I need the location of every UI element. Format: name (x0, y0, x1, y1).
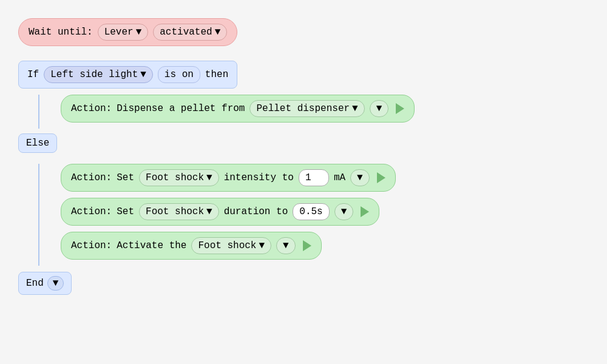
dispense-more-dropdown[interactable]: ▼ (370, 100, 389, 117)
activate-more-dropdown[interactable]: ▼ (276, 237, 296, 254)
dispense-device-dropdown[interactable]: Pellet dispenser ▼ (249, 100, 364, 117)
dispense-action-block: Action: Dispense a pellet from Pellet di… (61, 95, 415, 123)
dispense-action-label: Action: (71, 103, 112, 114)
intensity-action-block: Action: Set Foot shock ▼ intensity to 1 … (61, 164, 396, 192)
if-block: If Left side light ▼ is on then (18, 61, 237, 89)
dispense-action-text: Dispense a pellet from (117, 103, 245, 114)
else-label: Else (26, 138, 49, 149)
dispense-arrow-icon (396, 103, 404, 114)
if-keyword: If (27, 69, 39, 80)
activate-pre-text: Activate the (117, 240, 186, 251)
intensity-device-chevron: ▼ (206, 172, 212, 183)
intensity-device-dropdown[interactable]: Foot shock ▼ (139, 169, 219, 186)
wait-state-chevron: ▼ (215, 27, 221, 38)
activate-more-chevron: ▼ (283, 240, 289, 251)
dispense-device-chevron: ▼ (352, 103, 358, 114)
end-block: End ▼ (18, 272, 72, 295)
dispense-more-chevron: ▼ (376, 103, 382, 114)
intensity-unit: mA (334, 172, 345, 183)
else-indent-line (38, 164, 39, 266)
activate-device-chevron: ▼ (259, 240, 265, 251)
wait-state-value: activated (160, 27, 212, 38)
if-condition: is on (158, 66, 200, 83)
if-device-value: Left side light (50, 69, 138, 80)
if-indent-line (38, 95, 39, 129)
if-device-chevron: ▼ (140, 69, 146, 80)
duration-device-value: Foot shock (146, 206, 204, 217)
intensity-unit-chevron: ▼ (357, 172, 363, 183)
activate-arrow-icon (303, 240, 311, 251)
activate-action-block: Action: Activate the Foot shock ▼ ▼ (61, 232, 322, 260)
duration-set-text: Set (117, 206, 134, 217)
duration-action-block: Action: Set Foot shock ▼ duration to 0.5… (61, 198, 379, 226)
intensity-unit-dropdown[interactable]: ▼ (350, 169, 370, 186)
duration-unit-dropdown[interactable]: ▼ (334, 203, 354, 220)
activate-device-dropdown[interactable]: Foot shock ▼ (191, 237, 271, 254)
wait-device-dropdown[interactable]: Lever ▼ (98, 24, 149, 41)
wait-device-chevron: ▼ (136, 27, 142, 38)
duration-device-chevron: ▼ (206, 206, 212, 217)
intensity-mid-text: intensity to (224, 172, 294, 183)
intensity-set-text: Set (117, 172, 134, 183)
wait-until-block: Wait until: Lever ▼ activated ▼ (18, 18, 237, 46)
duration-action-label: Action: (71, 206, 112, 217)
activate-action-label: Action: (71, 240, 112, 251)
intensity-action-label: Action: (71, 172, 112, 183)
wait-state-dropdown[interactable]: activated ▼ (153, 24, 227, 41)
intensity-arrow-icon (377, 172, 385, 183)
duration-value-input[interactable]: 0.5s (293, 203, 329, 220)
else-block: Else (18, 133, 57, 153)
intensity-value-input[interactable]: 1 (299, 169, 329, 186)
dispense-device-value: Pellet dispenser (256, 103, 350, 114)
if-device-dropdown[interactable]: Left side light ▼ (44, 66, 153, 83)
end-chevron: ▼ (53, 278, 59, 289)
intensity-device-value: Foot shock (146, 172, 204, 183)
then-keyword: then (205, 69, 228, 80)
end-dropdown[interactable]: ▼ (47, 276, 64, 291)
end-label: End (26, 278, 44, 289)
duration-value: 0.5s (299, 206, 322, 217)
duration-mid-text: duration to (224, 206, 288, 217)
duration-device-dropdown[interactable]: Foot shock ▼ (139, 203, 219, 220)
duration-unit-chevron: ▼ (341, 206, 347, 217)
wait-device-value: Lever (104, 27, 134, 38)
wait-until-label: Wait until: (29, 27, 93, 38)
intensity-value: 1 (305, 172, 311, 183)
duration-arrow-icon (361, 206, 369, 217)
activate-device-value: Foot shock (198, 240, 256, 251)
